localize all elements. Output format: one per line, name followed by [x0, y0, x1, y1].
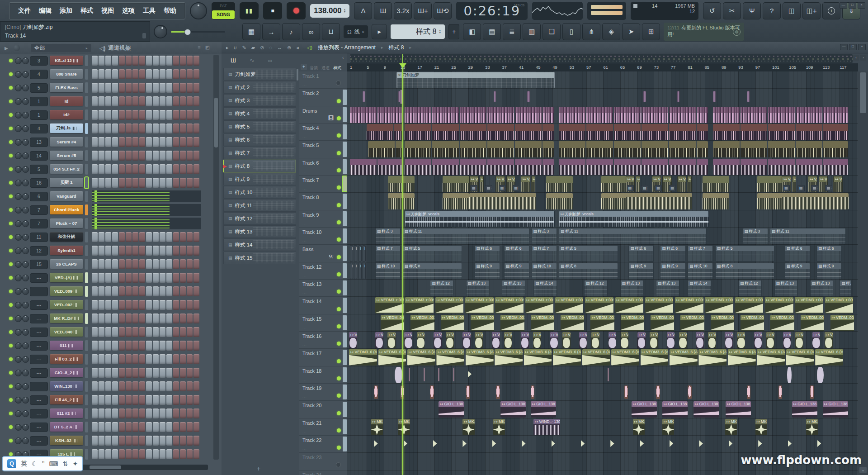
step-sequencer[interactable] — [92, 137, 199, 147]
step-cell[interactable] — [139, 327, 145, 337]
clip[interactable]: ↦ — [531, 176, 535, 192]
step-sequencer[interactable] — [92, 354, 199, 364]
step-cell[interactable] — [119, 300, 125, 310]
clip[interactable] — [713, 159, 848, 175]
clip-V..0[interactable]: ↦ V..0 — [475, 332, 483, 348]
track-options[interactable]: ... — [302, 325, 307, 329]
cpu-memory-panel[interactable]: 14 1967 MB 12 — [631, 2, 698, 20]
step-cell[interactable] — [153, 381, 159, 391]
step-cell[interactable] — [126, 259, 132, 269]
step-cell[interactable] — [146, 354, 152, 364]
step-cell[interactable] — [153, 83, 159, 93]
step-cell[interactable] — [139, 151, 145, 161]
step-cell[interactable] — [119, 408, 125, 418]
step-cell[interactable] — [146, 83, 152, 93]
step-cell[interactable] — [173, 273, 179, 283]
pan-knob[interactable] — [15, 383, 22, 390]
step-cell[interactable] — [132, 408, 138, 418]
step-cell[interactable] — [105, 286, 111, 296]
step-cell[interactable] — [180, 300, 186, 310]
track-options[interactable]: ... — [302, 446, 307, 451]
step-cell[interactable] — [126, 327, 132, 337]
track-led[interactable] — [337, 428, 341, 432]
clip-..5[interactable]: ▤ ..5 — [641, 185, 648, 191]
pan-knob[interactable] — [15, 207, 22, 214]
step-cell[interactable] — [187, 151, 193, 161]
step-cell[interactable] — [146, 449, 152, 459]
track-lane-Track 8[interactable] — [347, 193, 858, 210]
clip[interactable] — [559, 107, 708, 123]
clip-VEDM..002[interactable]: ↦ VEDM..002 — [531, 315, 554, 331]
clip-GIO L..138_2[interactable]: ↦ GIO L..138_2 — [439, 401, 464, 418]
step-cell[interactable] — [92, 422, 98, 432]
step-cell[interactable] — [119, 422, 125, 432]
step-cell[interactable] — [105, 436, 111, 446]
channel-mute-led[interactable] — [9, 357, 13, 361]
step-sequencer[interactable] — [92, 151, 199, 161]
step-cell[interactable] — [173, 83, 179, 93]
step-cell[interactable] — [187, 381, 193, 391]
step-cell[interactable] — [132, 436, 138, 446]
step-cell[interactable] — [105, 408, 111, 418]
step-cell[interactable] — [139, 449, 145, 459]
picker-scrollbar[interactable] — [297, 69, 298, 81]
pan-knob[interactable] — [15, 370, 22, 376]
track-led[interactable] — [337, 203, 341, 207]
clip-样式 13[interactable]: ▤ 样式 13 — [620, 280, 643, 296]
step-cell[interactable] — [132, 96, 138, 106]
track-header-Track 15[interactable]: Track 15... — [299, 314, 347, 332]
clip[interactable] — [405, 124, 554, 140]
step-cell[interactable] — [166, 69, 172, 79]
step-cell[interactable] — [139, 137, 145, 147]
step-cell[interactable] — [99, 368, 104, 378]
channel-row[interactable]: ---Fill 45_2 — [0, 393, 222, 407]
zoom-tool-icon[interactable]: ⊕ — [287, 45, 291, 51]
track-options[interactable]: ... — [302, 134, 307, 138]
clip-样式 8[interactable]: ▤ 样式 8 — [403, 263, 462, 279]
step-cell[interactable] — [193, 259, 199, 269]
clip-刀剑如梦_vocals[interactable]: ↦ 刀剑如梦_vocals — [559, 211, 709, 227]
volume-knob[interactable] — [22, 329, 29, 336]
step-cell[interactable] — [119, 164, 125, 174]
clip-VEDM..002[interactable]: ↦ VEDM..002 — [801, 315, 824, 331]
step-cell[interactable] — [99, 110, 104, 120]
track-options[interactable]: ... — [302, 342, 307, 347]
hint-knob[interactable] — [154, 25, 167, 38]
step-cell[interactable] — [119, 56, 125, 66]
step-cell[interactable] — [160, 354, 165, 364]
step-cell[interactable] — [180, 83, 186, 93]
step-cell[interactable] — [180, 259, 186, 269]
step-cell[interactable] — [146, 232, 152, 242]
step-cell[interactable] — [153, 164, 159, 174]
channel-row[interactable]: 1Id — [0, 95, 222, 108]
step-cell[interactable] — [153, 368, 159, 378]
clip-VEDM3..r 009[interactable]: ↦ VEDM3..r 009 — [585, 297, 613, 314]
channel-mute-led[interactable] — [9, 222, 13, 225]
clip[interactable] — [430, 385, 434, 399]
step-cell[interactable] — [180, 395, 186, 405]
step-cell[interactable] — [132, 124, 138, 133]
clip-样式 8[interactable]: ▤ 样式 8 — [715, 263, 774, 279]
step-cell[interactable] — [139, 232, 145, 242]
channel-row[interactable]: 7Pluck – 07 — [0, 217, 222, 230]
pattern-item-样式 2[interactable]: ▤样式 2 — [223, 81, 296, 94]
ime-layout-icon[interactable]: ⇅ — [63, 460, 68, 467]
step-cell[interactable] — [166, 286, 172, 296]
clip-V..2[interactable]: ↦ V..2 — [609, 332, 617, 348]
clip-V..2[interactable]: ↦ V..2 — [696, 332, 704, 348]
pan-knob[interactable] — [15, 139, 22, 146]
step-cell[interactable] — [126, 300, 132, 310]
clip[interactable] — [492, 438, 496, 451]
step-cell[interactable] — [92, 273, 98, 283]
step-cell[interactable] — [187, 96, 193, 106]
step-cell[interactable] — [105, 246, 111, 256]
step-cell[interactable] — [153, 69, 159, 79]
step-cell[interactable] — [146, 246, 152, 256]
clip-..5[interactable]: ▤ ..5 — [627, 185, 634, 191]
rack-detach-icon[interactable]: ◩ — [205, 44, 210, 50]
step-cell[interactable] — [99, 354, 104, 364]
step-cell[interactable] — [139, 408, 145, 418]
track-options[interactable]: ... — [302, 256, 307, 260]
clip-GIO L..138_2[interactable]: ↦ GIO L..138_2 — [792, 401, 817, 418]
step-cell[interactable] — [119, 110, 125, 120]
